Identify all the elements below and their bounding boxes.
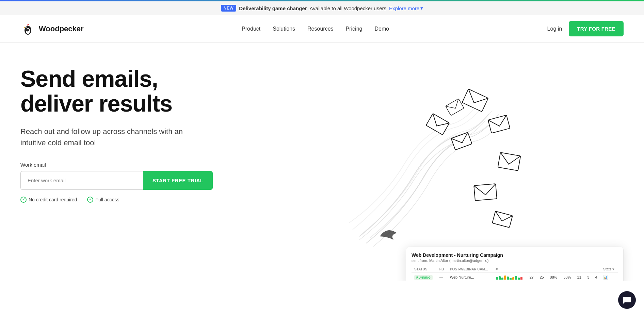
campaign-from: sent from: Martin Altor (martin.altor@ad… [412, 258, 618, 263]
email-input[interactable] [20, 171, 143, 190]
logo-text: Woodpecker [39, 24, 84, 33]
hero-subtitle: Reach out and follow up across channels … [20, 126, 204, 148]
check-icon-full-access [87, 197, 93, 203]
nav-link-solutions[interactable]: Solutions [273, 26, 295, 32]
explore-more-label: Explore more [389, 5, 419, 11]
cell-col1: 11 [575, 273, 585, 281]
cell-openrate: 88% [547, 273, 561, 281]
dashboard-table: STATUS FB POST-WEBINAR CAM... # Stats ▾ [412, 266, 618, 281]
nav-link-product[interactable]: Product [242, 26, 260, 32]
nav-link-demo[interactable]: Demo [374, 26, 389, 32]
nav-item-solutions[interactable]: Solutions [273, 26, 295, 32]
nav-item-resources[interactable]: Resources [307, 26, 333, 32]
announcement-bold-text: Deliverability game changer [239, 5, 307, 11]
login-link[interactable]: Log in [547, 26, 562, 32]
hero-left-content: Send emails, deliver results Reach out a… [20, 66, 231, 203]
cell-sent: 27 [527, 273, 537, 281]
cell-clickrate: 68% [561, 273, 574, 281]
cell-fb: — [437, 273, 447, 281]
nav-item-demo[interactable]: Demo [374, 26, 389, 32]
announcement-bar: NEW Deliverability game changer Availabl… [0, 1, 644, 15]
trust-badges: No credit card required Full access [20, 197, 231, 203]
explore-more-link[interactable]: Explore more ▾ [389, 5, 423, 11]
cell-col2: 3 [584, 273, 592, 281]
nav-right: Log in TRY FOR FREE [547, 21, 624, 36]
trust-badge-full-access: Full access [87, 197, 119, 203]
svg-rect-5 [488, 115, 510, 133]
svg-point-3 [26, 27, 27, 28]
cell-col3: 4 [593, 273, 600, 281]
col-stats: Stats ▾ [600, 266, 618, 273]
col-hash: # [493, 266, 527, 273]
hero-section: Send emails, deliver results Reach out a… [0, 43, 644, 281]
col-fb: FB [437, 266, 447, 273]
col-clickrate [561, 266, 574, 273]
chevron-down-icon: ▾ [420, 5, 423, 11]
email-label: Work email [20, 162, 231, 168]
trust-badge-no-credit-card: No credit card required [20, 197, 77, 203]
nav-links: Product Solutions Resources Pricing Demo [242, 26, 389, 32]
nav-link-pricing[interactable]: Pricing [346, 26, 363, 32]
col-11 [575, 266, 585, 273]
cell-campaign-name: Web Nurture... [447, 273, 493, 281]
svg-rect-11 [446, 99, 464, 116]
announcement-sub-text: Available to all Woodpecker users [310, 5, 386, 11]
cell-stats-action[interactable]: 📊 [600, 273, 618, 281]
envelopes-svg [332, 73, 523, 264]
dashboard-header: Web Development - Nurturing Campaign sen… [412, 252, 618, 263]
campaign-name: Web Development - Nurturing Campaign [412, 252, 618, 258]
logo-icon [20, 21, 35, 36]
col-3 [584, 266, 592, 273]
nav-item-pricing[interactable]: Pricing [346, 26, 363, 32]
svg-rect-4 [462, 89, 488, 112]
cell-hash [493, 273, 527, 281]
table-row: RUNNING — Web Nurture... [412, 273, 618, 281]
cell-opened: 25 [537, 273, 547, 281]
hero-title: Send emails, deliver results [20, 66, 231, 116]
nav-link-resources[interactable]: Resources [307, 26, 333, 32]
status-badge: RUNNING [414, 275, 433, 280]
hero-right-illustration [231, 66, 624, 264]
col-status: STATUS [412, 266, 437, 273]
nav-item-product[interactable]: Product [242, 26, 260, 32]
navbar: Woodpecker Product Solutions Resources P… [0, 15, 644, 43]
envelopes-illustration [332, 73, 523, 264]
col-openrate [547, 266, 561, 273]
dashboard-preview: Web Development - Nurturing Campaign sen… [406, 247, 624, 281]
check-icon-no-credit-card [20, 197, 27, 203]
email-form: START FREE TRIAL [20, 171, 231, 190]
col-opened [537, 266, 547, 273]
svg-rect-6 [498, 152, 521, 171]
no-credit-card-label: No credit card required [29, 197, 77, 202]
col-campaign: POST-WEBINAR CAM... [447, 266, 493, 273]
start-free-trial-button[interactable]: START FREE TRIAL [143, 171, 213, 190]
try-for-free-button[interactable]: TRY FOR FREE [569, 21, 624, 36]
col-4 [593, 266, 600, 273]
svg-rect-10 [492, 211, 513, 228]
progress-bars [496, 275, 524, 280]
full-access-label: Full access [95, 197, 119, 202]
new-badge: NEW [221, 5, 237, 12]
logo[interactable]: Woodpecker [20, 21, 84, 36]
col-sent [527, 266, 537, 273]
cell-status: RUNNING [412, 273, 437, 281]
